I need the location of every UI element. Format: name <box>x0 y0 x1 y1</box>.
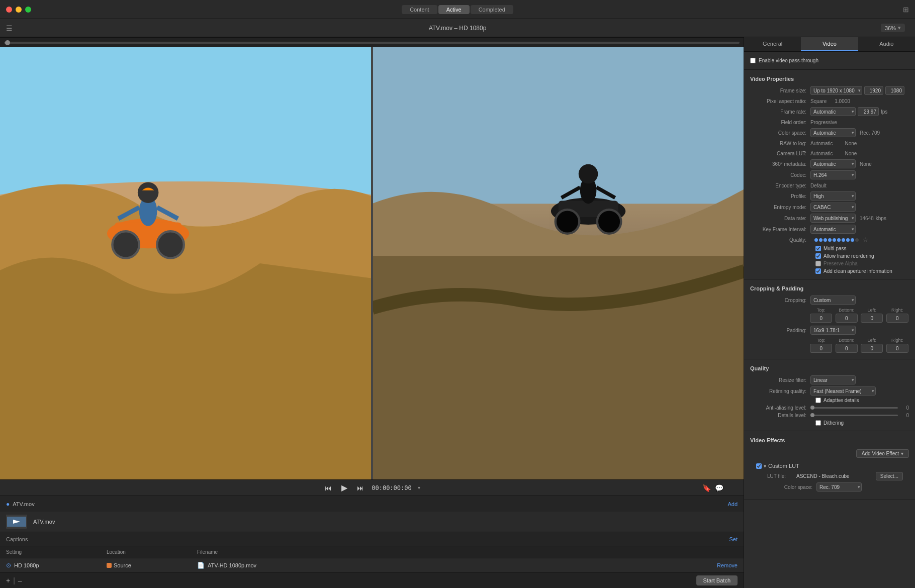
field-order-val: Progressive <box>810 120 837 125</box>
start-batch-button[interactable]: Start Batch <box>696 575 738 585</box>
quality-label: Quality: <box>750 237 810 243</box>
tab-audio[interactable]: Audio <box>858 37 915 51</box>
comment-icon[interactable]: 💬 <box>715 484 723 492</box>
qdot-8 <box>846 238 850 242</box>
timecode-chevron[interactable]: ▾ <box>418 485 420 491</box>
padding-select[interactable]: 16x9 1.78:1 <box>810 326 856 335</box>
frame-reordering-checkbox[interactable] <box>815 253 821 259</box>
profile-select[interactable]: High <box>810 191 856 201</box>
qdot-7 <box>842 238 845 242</box>
profile-select-wrapper: High <box>810 191 856 201</box>
file-add-button[interactable]: Add <box>727 501 738 507</box>
timeline-scrubber[interactable] <box>0 37 744 47</box>
lut-file-label: LUT file: <box>767 473 793 479</box>
close-button[interactable] <box>6 7 12 13</box>
set-button[interactable]: Set <box>729 536 738 542</box>
skip-back-button[interactable]: ⏮ <box>323 483 333 493</box>
data-rate-select-wrapper: Web publishing <box>810 214 856 223</box>
sidebar-toggle[interactable]: ☰ <box>6 24 13 32</box>
add-effect-chevron-icon: ▾ <box>901 451 903 456</box>
skip-forward-button[interactable]: ⏭ <box>355 483 365 493</box>
lut-color-space-select[interactable]: Rec. 709 <box>816 482 862 492</box>
camera-lut-label: Camera LUT: <box>750 151 810 156</box>
cropping-row: Cropping: Custom <box>744 295 915 306</box>
video-effects-title: Video Effects <box>744 435 915 446</box>
custom-lut-checkbox[interactable] <box>756 463 762 469</box>
pad-bottom-label: Bottom: <box>839 338 854 343</box>
fps-input[interactable] <box>858 107 879 116</box>
crop-bottom-input[interactable] <box>836 314 858 323</box>
remove-button[interactable]: Remove <box>717 562 738 568</box>
retiming-quality-select[interactable]: Fast (Nearest Frame) <box>810 386 876 396</box>
table-row: ⊙ HD 1080p Source 📄 ATV-HD 1080p.mov Rem… <box>0 558 744 572</box>
add-video-effect-button[interactable]: Add Video Effect ▾ <box>856 449 909 458</box>
keyframe-interval-select[interactable]: Automatic <box>810 225 856 234</box>
raw-log-val: Automatic <box>810 141 833 146</box>
cropping-select-wrapper: Custom <box>810 296 856 305</box>
svg-point-5 <box>112 231 139 258</box>
tab-video[interactable]: Video <box>801 37 858 51</box>
lut-expand-icon[interactable]: ▾ <box>764 463 766 469</box>
crop-top-input[interactable] <box>810 314 832 323</box>
pixel-aspect-value: Square 1.0000 <box>810 99 909 104</box>
quality-section: Quality Resize filter: Linear Retiming q… <box>744 359 915 431</box>
pad-right-input[interactable] <box>886 344 908 353</box>
video-preview <box>0 47 744 479</box>
codec-label: Codec: <box>750 172 810 178</box>
data-rate-value: Web publishing 14648 kbps <box>810 214 909 223</box>
crop-top-cell: Top: <box>809 308 833 323</box>
scrubber-thumb[interactable] <box>5 40 10 45</box>
pad-top-label: Top: <box>817 338 826 343</box>
crop-right-input[interactable] <box>886 314 908 323</box>
lut-color-space-label: Color space: <box>756 484 816 490</box>
crop-right-label: Right: <box>891 308 903 313</box>
zoom-control[interactable]: 36% ▾ <box>881 24 905 32</box>
crop-right-cell: Right: <box>886 308 909 323</box>
preserve-alpha-checkbox[interactable] <box>815 261 821 266</box>
tab-general[interactable]: General <box>744 37 801 51</box>
title-bar: Content Active Completed ⊞ <box>0 0 915 19</box>
toolbar-title: ATV.mov – HD 1080p <box>429 25 487 32</box>
metadata360-label: 360° metadata: <box>750 161 810 167</box>
clean-aperture-checkbox[interactable] <box>815 268 821 274</box>
adaptive-details-checkbox[interactable] <box>815 398 821 403</box>
bookmark-icon[interactable]: 🔖 <box>702 484 711 492</box>
remove-item-button[interactable]: – <box>18 576 22 584</box>
filename-value: ATV-HD 1080p.mov <box>208 562 256 568</box>
cropping-select[interactable]: Custom <box>810 296 856 305</box>
resize-filter-select[interactable]: Linear <box>810 375 856 384</box>
fullscreen-button[interactable] <box>25 7 31 13</box>
color-space-select[interactable]: Automatic <box>810 128 856 137</box>
minimize-button[interactable] <box>16 7 22 13</box>
padding-value: 16x9 1.78:1 <box>810 326 909 335</box>
frame-width-input[interactable] <box>864 86 883 95</box>
svg-point-8 <box>138 182 159 203</box>
metadata360-select[interactable]: Automatic <box>810 159 856 168</box>
tab-active[interactable]: Active <box>438 5 470 14</box>
dithering-checkbox[interactable] <box>815 420 821 426</box>
resize-filter-value: Linear <box>810 375 909 384</box>
play-button[interactable]: ▶ <box>339 483 349 493</box>
pad-top-input[interactable] <box>810 344 832 353</box>
encoder-type-label: Encoder type: <box>750 183 810 188</box>
passthrough-checkbox[interactable] <box>750 58 756 63</box>
frame-rate-select[interactable]: Automatic <box>810 107 856 116</box>
frame-size-select[interactable]: Up to 1920 x 1080 <box>810 86 862 95</box>
codec-select[interactable]: H.264 <box>810 170 856 179</box>
entropy-mode-select[interactable]: CABAC <box>810 203 856 212</box>
svg-point-15 <box>555 210 579 233</box>
entropy-mode-label: Entropy mode: <box>750 205 810 210</box>
multipass-checkbox[interactable] <box>815 246 821 251</box>
keyframe-select-wrapper: Automatic <box>810 225 856 234</box>
pad-left-input[interactable] <box>861 344 883 353</box>
pad-bottom-input[interactable] <box>836 344 858 353</box>
cropping-section: Cropping & Padding Cropping: Custom Top: <box>744 279 915 359</box>
tab-content[interactable]: Content <box>402 5 437 14</box>
frame-height-input[interactable] <box>885 86 904 95</box>
lut-select-button[interactable]: Select... <box>876 472 903 480</box>
data-rate-select[interactable]: Web publishing <box>810 214 856 223</box>
crop-left-input[interactable] <box>861 314 883 323</box>
entropy-select-wrapper: CABAC <box>810 203 856 212</box>
add-item-button[interactable]: + <box>6 576 10 584</box>
tab-completed[interactable]: Completed <box>471 5 513 14</box>
